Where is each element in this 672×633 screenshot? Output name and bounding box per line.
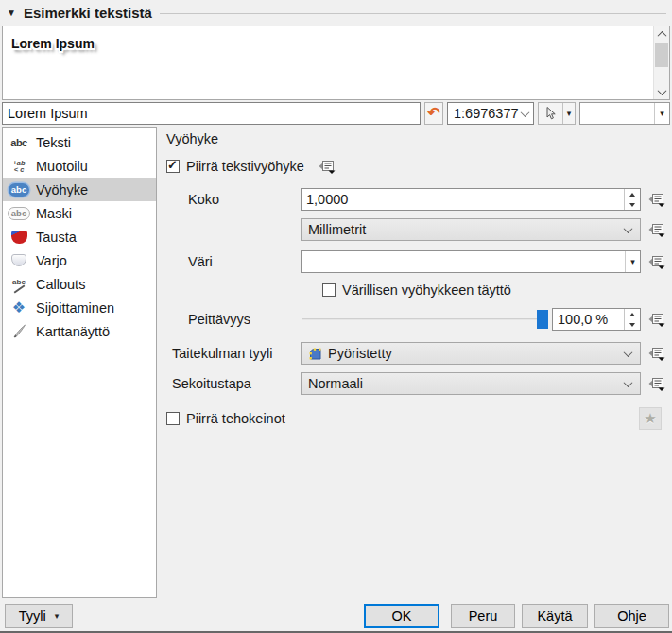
sidebar-item-teksti[interactable]: abc Teksti xyxy=(3,130,156,154)
collapse-arrow-icon[interactable]: ▼ xyxy=(7,8,16,18)
slider-track xyxy=(302,318,546,320)
callouts-icon: abc xyxy=(9,279,29,290)
cancel-button[interactable]: Peru xyxy=(451,604,515,628)
data-defined-override-button[interactable] xyxy=(646,344,667,363)
reset-sample-text-button[interactable]: ↶ xyxy=(424,102,443,125)
opacity-label: Peittävyys xyxy=(166,312,301,327)
spinner-arrows[interactable] xyxy=(624,309,640,330)
text-preview-area: Lorem Ipsum xyxy=(2,26,670,100)
size-value: 1,0000 xyxy=(302,189,624,210)
sidebar-item-label: Sijoittaminen xyxy=(36,300,114,316)
preview-background-combo[interactable]: ▾ xyxy=(579,102,670,125)
sidebar-item-muotoilu[interactable]: +ab < c Muotoilu xyxy=(3,154,156,178)
sidebar-item-label: Tausta xyxy=(36,230,77,245)
unit-row: Millimetrit xyxy=(166,218,667,241)
data-defined-icon xyxy=(319,159,336,174)
sidebar-item-sijoittaminen[interactable]: ❖ Sijoittaminen xyxy=(3,296,156,319)
ok-button[interactable]: OK xyxy=(364,604,439,628)
scale-value: 1:6976377 xyxy=(454,106,519,121)
join-style-row: Taitekulman tyyli Pyöristetty xyxy=(166,342,667,365)
spinner-arrows[interactable] xyxy=(624,189,640,210)
opacity-row: Peittävyys 100,0 % xyxy=(166,308,667,331)
opacity-value: 100,0 % xyxy=(553,309,624,330)
apply-button[interactable]: Käytä xyxy=(522,604,588,628)
chevron-down-icon xyxy=(624,378,633,387)
map-rendering-brush-icon xyxy=(9,324,29,339)
blend-mode-combo[interactable]: Normaali xyxy=(301,372,641,395)
data-defined-override-button[interactable] xyxy=(646,220,667,239)
placement-icon: ❖ xyxy=(9,299,29,316)
preview-scrollbar[interactable] xyxy=(653,26,669,99)
style-menu-button[interactable]: Tyyli ▾ xyxy=(5,604,73,628)
chevron-down-icon xyxy=(624,224,633,233)
unit-value: Millimetrit xyxy=(308,222,366,237)
color-row: Väri ▾ xyxy=(166,250,667,273)
panel-title: Vyöhyke xyxy=(166,131,667,146)
undo-icon: ↶ xyxy=(427,106,439,121)
scroll-down-icon[interactable] xyxy=(654,84,669,99)
opacity-slider[interactable] xyxy=(301,308,548,331)
help-button[interactable]: Ohje xyxy=(594,604,669,628)
mask-icon: abc xyxy=(9,207,29,220)
join-style-label: Taitekulman tyyli xyxy=(166,346,301,361)
data-defined-override-button[interactable] xyxy=(646,252,667,271)
main-area: abc Teksti +ab < c Muotoilu abc Vyöhyke … xyxy=(2,127,670,598)
draw-buffer-checkbox[interactable] xyxy=(166,160,180,173)
sidebar-item-varjo[interactable]: Varjo xyxy=(3,248,156,272)
data-defined-override-button[interactable] xyxy=(646,310,667,329)
scroll-up-icon[interactable] xyxy=(654,26,669,42)
sidebar-item-callouts[interactable]: abc Callouts xyxy=(3,272,156,296)
draw-effects-label: Piirrä tehokeinot xyxy=(186,411,285,426)
draw-effects-row: Piirrä tehokeinot ★ xyxy=(166,407,667,430)
sidebar-item-label: Karttanäyttö xyxy=(36,324,110,339)
sidebar-item-vyohyke[interactable]: abc Vyöhyke xyxy=(3,178,156,201)
format-icon: +ab < c xyxy=(9,160,29,173)
opacity-spinbox[interactable]: 100,0 % xyxy=(552,308,641,331)
data-defined-icon xyxy=(648,376,665,391)
join-style-combo[interactable]: Pyöristetty xyxy=(301,342,641,365)
scrollbar-thumb[interactable] xyxy=(655,43,668,67)
blend-mode-label: Sekoitustapa xyxy=(166,376,301,391)
draw-buffer-row: Piirrä tekstivyöhyke xyxy=(166,157,667,176)
data-defined-icon xyxy=(648,222,665,237)
header-divider xyxy=(160,13,666,14)
data-defined-override-button[interactable] xyxy=(646,374,667,393)
size-row: Koko 1,0000 xyxy=(166,188,667,211)
text-abc-icon: abc xyxy=(9,137,29,148)
data-defined-icon xyxy=(648,312,665,327)
sidebar-item-tausta[interactable]: Tausta xyxy=(3,225,156,248)
dropdown-arrow-icon: ▾ xyxy=(625,251,640,272)
buffer-settings-panel: Vyöhyke Piirrä tekstivyöhyke Koko 1 xyxy=(157,127,670,598)
data-defined-override-button[interactable] xyxy=(646,190,667,209)
sidebar-item-label: Teksti xyxy=(36,135,71,150)
settings-category-list: abc Teksti +ab < c Muotoilu abc Vyöhyke … xyxy=(2,127,157,598)
fill-interior-label: Värillisen vyöhykkeen täyttö xyxy=(342,282,511,298)
draw-buffer-label: Piirrä tekstivyöhyke xyxy=(186,159,304,174)
draw-effects-checkbox[interactable] xyxy=(166,412,180,425)
sidebar-item-maski[interactable]: abc Maski xyxy=(3,201,156,225)
customize-effects-button: ★ xyxy=(639,407,662,430)
background-icon xyxy=(9,231,29,244)
map-settings-button[interactable]: ▾ xyxy=(538,102,576,125)
dialog-footer: Tyyli ▾ OK Peru Käytä Ohje xyxy=(0,601,672,631)
fill-interior-checkbox[interactable] xyxy=(322,283,336,297)
round-join-icon xyxy=(308,347,322,361)
size-label: Koko xyxy=(166,192,301,207)
buffer-color-button[interactable]: ▾ xyxy=(301,250,641,273)
dropdown-arrow-icon[interactable]: ▾ xyxy=(562,103,575,124)
sidebar-item-karttanaytto[interactable]: Karttanäyttö xyxy=(3,319,156,343)
preview-sample-text: Lorem Ipsum xyxy=(11,36,95,51)
sample-text-input[interactable] xyxy=(2,102,421,125)
shadow-icon xyxy=(9,254,29,266)
group-header: ▼ Esimerkki tekstistä xyxy=(0,0,672,24)
data-defined-override-button[interactable] xyxy=(317,157,337,176)
blend-mode-row: Sekoitustapa Normaali xyxy=(166,372,667,395)
chevron-down-icon xyxy=(521,108,530,117)
blend-mode-value: Normaali xyxy=(308,376,363,391)
unit-combo[interactable]: Millimetrit xyxy=(301,218,641,241)
size-spinbox[interactable]: 1,0000 xyxy=(301,188,641,211)
sidebar-item-label: Callouts xyxy=(36,277,85,292)
group-title: Esimerkki tekstistä xyxy=(24,5,152,21)
slider-handle[interactable] xyxy=(537,310,548,329)
preview-scale-combo[interactable]: 1:6976377 xyxy=(447,102,534,125)
